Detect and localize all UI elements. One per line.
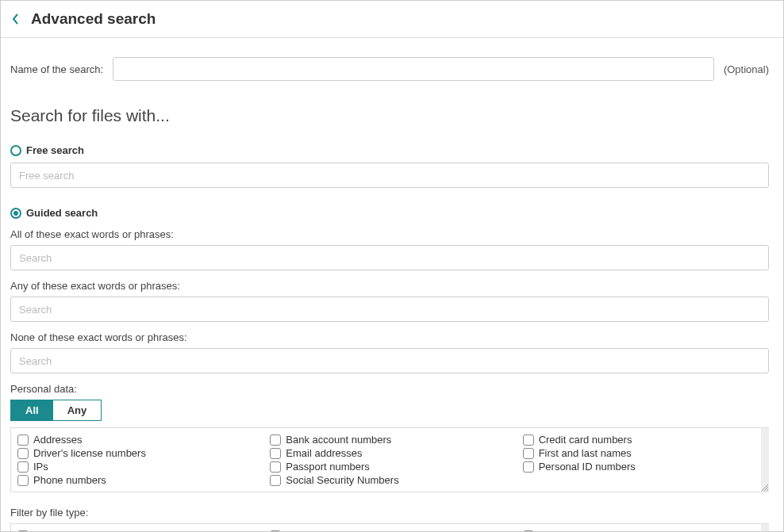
personal-data-item[interactable]: Addresses	[17, 433, 257, 446]
resize-grip-icon	[762, 484, 768, 491]
personal-data-label: First and last names	[539, 447, 632, 459]
personal-data-checkbox[interactable]	[523, 461, 534, 473]
page-title: Advanced search	[31, 10, 156, 28]
personal-data-checkbox[interactable]	[17, 475, 29, 486]
resize-handle[interactable]	[761, 428, 769, 492]
search-name-label: Name of the search:	[10, 63, 103, 75]
personal-data-checkbox[interactable]	[270, 461, 281, 473]
resize-handle[interactable]	[761, 524, 769, 532]
personal-data-label: IPs	[33, 461, 48, 473]
personal-data-checkbox[interactable]	[17, 448, 29, 459]
toggle-any-button[interactable]: Any	[53, 400, 102, 420]
all-words-label: All of these exact words or phrases:	[10, 228, 769, 240]
personal-data-label: Personal ID numbers	[539, 461, 636, 473]
filetype-label: Filter by file type:	[10, 507, 769, 519]
personal-data-item[interactable]: Email addresses	[270, 446, 509, 460]
personal-data-item[interactable]: Passport numbers	[270, 460, 509, 473]
personal-data-item[interactable]: Bank account numbers	[270, 433, 509, 446]
personal-data-item[interactable]: Personal ID numbers	[523, 460, 763, 473]
personal-data-item[interactable]: Social Security Numbers	[270, 473, 509, 487]
personal-data-item[interactable]: Credit card numbers	[523, 433, 763, 446]
personal-data-label: Bank account numbers	[286, 434, 391, 446]
personal-data-item[interactable]: Driver's license numbers	[17, 446, 257, 460]
content-area: Name of the search: (Optional) Search fo…	[1, 38, 783, 532]
optional-label: (Optional)	[724, 63, 769, 75]
personal-data-checkbox[interactable]	[17, 461, 29, 473]
personal-data-label: Credit card numbers	[539, 434, 632, 446]
toggle-all-button[interactable]: All	[11, 400, 53, 420]
free-search-input[interactable]	[10, 163, 769, 188]
personal-data-label: Phone numbers	[33, 474, 106, 486]
search-name-row: Name of the search: (Optional)	[10, 57, 769, 81]
filetype-item[interactable]: Comma separated values (.CSV)	[270, 529, 509, 532]
all-any-toggle: All Any	[10, 400, 102, 421]
radio-dot-icon	[13, 211, 18, 216]
all-words-input[interactable]	[10, 245, 769, 270]
filetype-item[interactable]: Adobe Acrobat PDF (.pdf)	[17, 529, 257, 532]
guided-search-radio-row: Guided search	[10, 207, 769, 219]
any-words-input[interactable]	[10, 297, 769, 322]
back-icon[interactable]	[12, 13, 20, 25]
page-header: Advanced search	[1, 1, 783, 38]
personal-data-checkbox[interactable]	[523, 448, 534, 459]
none-words-input[interactable]	[10, 348, 769, 373]
personal-data-label: Email addresses	[286, 447, 362, 459]
personal-data-area: AddressesDriver's license numbersIPsPhon…	[10, 427, 769, 492]
personal-data-checkbox[interactable]	[523, 434, 534, 446]
any-words-label: Any of these exact words or phrases:	[10, 280, 769, 292]
personal-data-checkbox[interactable]	[270, 475, 281, 486]
personal-data-checkbox[interactable]	[270, 448, 281, 459]
guided-search-radio[interactable]	[10, 208, 21, 219]
filetype-item[interactable]: Microsoft Excel (.xlsx)	[523, 529, 763, 532]
section-title: Search for files with...	[10, 106, 769, 125]
personal-data-label: Addresses	[33, 434, 82, 446]
none-words-label: None of these exact words or phrases:	[10, 331, 769, 343]
guided-search-label: Guided search	[26, 207, 98, 219]
personal-data-item[interactable]: Phone numbers	[17, 473, 257, 487]
personal-data-label: Driver's license numbers	[33, 447, 146, 459]
personal-data-checkbox[interactable]	[17, 434, 29, 446]
filetype-area: Adobe Acrobat PDF (.pdf)Microsoft Excel …	[10, 523, 769, 532]
personal-data-checkbox[interactable]	[270, 434, 281, 446]
free-search-radio[interactable]	[10, 145, 21, 156]
personal-data-item[interactable]: First and last names	[523, 446, 763, 460]
search-name-input[interactable]	[113, 57, 714, 81]
free-search-radio-row: Free search	[10, 144, 769, 156]
free-search-label: Free search	[26, 144, 84, 156]
personal-data-label: Personal data:	[10, 383, 769, 395]
personal-data-label: Passport numbers	[286, 461, 370, 473]
personal-data-label: Social Security Numbers	[286, 474, 398, 486]
personal-data-item[interactable]: IPs	[17, 460, 257, 473]
